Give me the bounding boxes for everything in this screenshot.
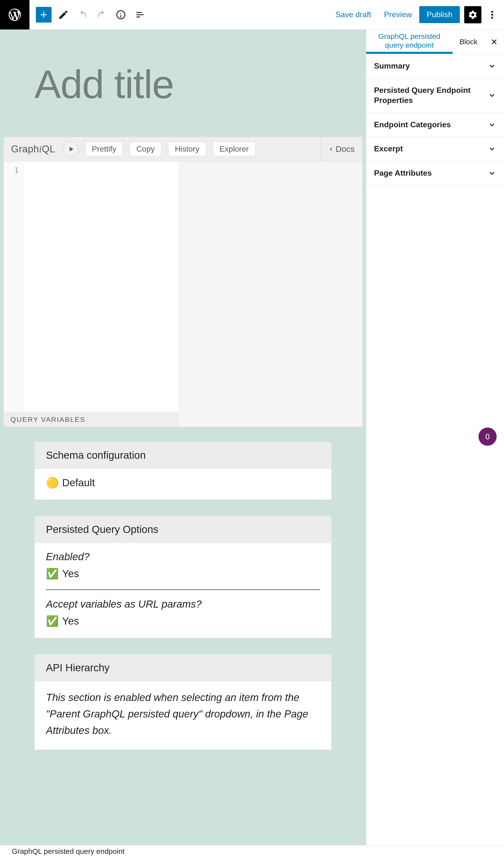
more-options-button[interactable]	[485, 7, 500, 22]
result-pane	[179, 162, 362, 427]
post-title-input[interactable]: Add title	[34, 62, 332, 107]
enabled-value-text: Yes	[62, 568, 79, 579]
circle-icon: 🟡	[46, 477, 59, 489]
outline-button[interactable]	[133, 7, 147, 22]
svg-point-1	[491, 14, 493, 16]
schema-config-card: Schema configuration 🟡 Default	[34, 442, 332, 500]
publish-button[interactable]: Publish	[419, 6, 460, 23]
plus-icon	[38, 10, 49, 20]
redo-icon	[96, 9, 107, 20]
sidebar-tabs: GraphQL persisted query endpoint Block	[366, 30, 504, 54]
chevron-down-icon	[488, 91, 496, 100]
accept-vars-value-text: Yes	[62, 615, 79, 627]
schema-config-value-text: Default	[62, 477, 95, 489]
chevron-down-icon	[488, 62, 496, 70]
panel-summary[interactable]: Summary	[366, 54, 504, 78]
preview-button[interactable]: Preview	[379, 7, 417, 22]
execute-button[interactable]	[63, 141, 79, 157]
persisted-options-card: Persisted Query Options Enabled? ✅ Yes A…	[34, 516, 332, 638]
schema-config-header: Schema configuration	[35, 442, 331, 469]
pencil-icon	[58, 9, 69, 20]
info-icon	[116, 9, 126, 20]
panel-excerpt[interactable]: Excerpt	[366, 137, 504, 161]
panel-endpoint-categories[interactable]: Endpoint Categories	[366, 113, 504, 137]
undo-button[interactable]	[75, 7, 90, 22]
schema-config-value[interactable]: 🟡 Default	[46, 477, 320, 489]
editor-canvas[interactable]: Add title GraphiQL Prettify Copy History…	[0, 30, 366, 845]
close-icon	[490, 38, 498, 46]
docs-toggle[interactable]: Docs	[320, 137, 362, 161]
docs-label: Docs	[335, 144, 354, 154]
panel-page-attributes[interactable]: Page Attributes	[366, 161, 504, 185]
api-hierarchy-header: API Hierarchy	[35, 655, 331, 681]
api-hierarchy-card: API Hierarchy This section is enabled wh…	[34, 654, 332, 750]
edit-tool-button[interactable]	[56, 7, 71, 22]
block-breadcrumb: GraphQL persisted query endpoint	[0, 845, 504, 857]
prettify-button[interactable]: Prettify	[85, 142, 123, 156]
top-toolbar: Save draft Preview Publish	[0, 0, 504, 30]
settings-sidebar: GraphQL persisted query endpoint Block S…	[366, 30, 504, 845]
graphiql-toolbar: GraphiQL Prettify Copy History Explorer …	[4, 137, 362, 162]
enabled-value[interactable]: ✅ Yes	[46, 568, 320, 579]
undo-icon	[77, 9, 88, 20]
svg-point-0	[491, 11, 493, 13]
redo-button[interactable]	[94, 7, 109, 22]
check-icon: ✅	[46, 568, 59, 579]
save-draft-button[interactable]: Save draft	[330, 7, 377, 22]
copy-button[interactable]: Copy	[130, 142, 161, 156]
chevron-down-icon	[488, 145, 496, 153]
chevron-left-icon	[328, 146, 334, 152]
accept-vars-question: Accept variables as URL params?	[46, 598, 320, 610]
history-button[interactable]: History	[168, 142, 206, 156]
enabled-question: Enabled?	[46, 551, 320, 562]
add-block-button[interactable]	[36, 7, 52, 22]
tab-document[interactable]: GraphQL persisted query endpoint	[366, 30, 453, 54]
accept-vars-value[interactable]: ✅ Yes	[46, 615, 320, 627]
api-hierarchy-body: This section is enabled when selecting a…	[46, 689, 320, 739]
editor-gutter: 1	[4, 162, 23, 412]
query-variables-toggle[interactable]: QUERY VARIABLES	[4, 412, 179, 427]
panel-endpoint-properties[interactable]: Persisted Query Endpoint Properties	[366, 78, 504, 113]
settings-toggle[interactable]	[464, 6, 482, 23]
play-icon	[68, 146, 74, 152]
persisted-options-header: Persisted Query Options	[35, 516, 331, 543]
close-sidebar-button[interactable]	[484, 30, 504, 54]
query-editor[interactable]	[23, 162, 179, 412]
explorer-button[interactable]: Explorer	[213, 142, 256, 156]
divider	[46, 589, 320, 590]
check-icon: ✅	[46, 615, 59, 627]
breadcrumb-item[interactable]: GraphQL persisted query endpoint	[12, 847, 124, 856]
kebab-icon	[491, 11, 493, 19]
query-variables-label: QUERY VARIABLES	[11, 416, 86, 424]
gear-icon	[468, 10, 478, 20]
chevron-down-icon	[488, 169, 496, 178]
graphiql-block: GraphiQL Prettify Copy History Explorer …	[3, 137, 363, 427]
wordpress-icon	[7, 7, 22, 22]
wp-logo[interactable]	[0, 0, 30, 30]
list-view-icon	[135, 9, 145, 20]
info-button[interactable]	[114, 7, 128, 22]
chevron-down-icon	[488, 121, 496, 129]
svg-point-2	[491, 17, 493, 19]
notification-badge[interactable]: 0	[479, 427, 497, 446]
graphiql-logo: GraphiQL	[11, 143, 55, 155]
tab-block[interactable]: Block	[453, 30, 484, 54]
